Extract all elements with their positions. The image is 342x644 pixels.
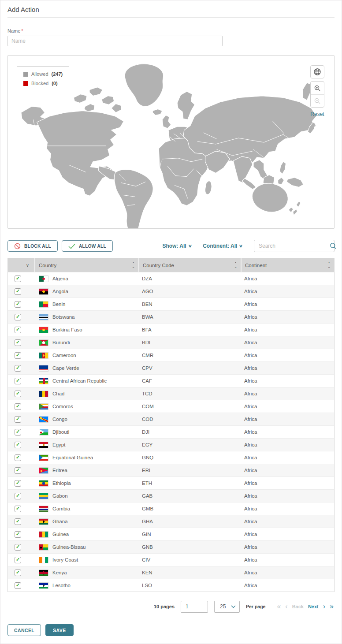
- continent-filter-dropdown[interactable]: Continent: All ∨: [203, 243, 242, 249]
- row-continent: Africa: [244, 442, 257, 447]
- allowed-swatch: [23, 72, 28, 77]
- row-continent-cell: Africa: [241, 583, 334, 588]
- table-row: Equatorial Guinea GNQ Africa: [8, 451, 334, 464]
- next-page-icon[interactable]: ›: [323, 603, 325, 610]
- row-checkbox[interactable]: [15, 314, 21, 320]
- column-header-continent[interactable]: Continent ⌃⌄: [241, 258, 334, 272]
- row-checkbox[interactable]: [15, 480, 21, 487]
- row-checkbox[interactable]: [15, 557, 21, 563]
- row-checkbox[interactable]: [15, 429, 21, 436]
- row-checkbox[interactable]: [15, 391, 21, 397]
- row-checkbox[interactable]: [15, 493, 21, 499]
- cancel-button[interactable]: CANCEL: [7, 624, 41, 636]
- country-flag: [39, 429, 48, 436]
- row-continent: Africa: [244, 480, 257, 486]
- table-row: Burundi BDI Africa: [8, 336, 334, 349]
- select-all-dropdown[interactable]: ∨: [8, 258, 34, 272]
- row-country-cell: Equatorial Guinea: [34, 454, 138, 461]
- row-code-cell: COD: [138, 417, 241, 422]
- page-number-input[interactable]: [181, 601, 208, 613]
- row-checkbox[interactable]: [15, 582, 21, 589]
- search-icon[interactable]: [329, 242, 341, 249]
- map-controls: Reset: [310, 65, 324, 117]
- continent-filter-label: Continent: All: [203, 243, 237, 249]
- country-flag: [39, 365, 48, 372]
- row-checkbox[interactable]: [15, 288, 21, 295]
- country-flag: [39, 518, 48, 525]
- row-continent-cell: Africa: [241, 468, 334, 473]
- row-checkbox[interactable]: [15, 378, 21, 384]
- map-reset-link[interactable]: Reset: [310, 111, 324, 117]
- row-checkbox[interactable]: [15, 506, 21, 512]
- row-checkbox[interactable]: [15, 467, 21, 474]
- previous-page-icon[interactable]: ‹: [285, 603, 287, 610]
- sort-icon[interactable]: ⌃⌄: [327, 263, 331, 268]
- row-country-cell: Benin: [34, 301, 138, 308]
- table-row: Benin BEN Africa: [8, 298, 334, 310]
- row-checkbox[interactable]: [15, 518, 21, 525]
- first-page-icon[interactable]: «: [277, 603, 281, 610]
- row-checkbox[interactable]: [15, 301, 21, 308]
- row-code: COD: [142, 417, 153, 422]
- last-page-icon[interactable]: »: [330, 603, 334, 610]
- row-code: BWA: [142, 314, 153, 320]
- row-checkbox[interactable]: [15, 454, 21, 461]
- row-code: AGO: [142, 289, 153, 294]
- show-filter-label: Show: All: [162, 243, 186, 249]
- row-checkbox-cell: [8, 275, 34, 282]
- row-country: Djibouti: [52, 429, 69, 435]
- row-continent: Africa: [244, 276, 257, 281]
- row-code: ETH: [142, 480, 152, 486]
- allow-all-label: ALLOW ALL: [79, 244, 106, 249]
- row-code-cell: GHA: [138, 519, 241, 524]
- save-button[interactable]: SAVE: [45, 624, 73, 636]
- next-link[interactable]: Next: [308, 604, 319, 609]
- row-checkbox[interactable]: [15, 403, 21, 410]
- column-header-country-code[interactable]: Country Code ⌃⌄: [138, 258, 241, 272]
- row-continent: Africa: [244, 353, 257, 358]
- row-checkbox[interactable]: [15, 327, 21, 333]
- back-link[interactable]: Back: [292, 604, 304, 609]
- row-checkbox[interactable]: [15, 365, 21, 372]
- table-row: Eritrea ERI Africa: [8, 464, 334, 476]
- page-title: Add Action: [7, 6, 335, 18]
- country-flag: [39, 531, 48, 538]
- table-row: Ivory Coast CIV Africa: [8, 553, 334, 566]
- allow-all-button[interactable]: ALLOW ALL: [62, 240, 113, 252]
- row-checkbox[interactable]: [15, 570, 21, 576]
- row-code: TCD: [142, 391, 152, 396]
- row-continent-cell: Africa: [241, 391, 334, 396]
- row-checkbox-cell: [8, 352, 34, 359]
- sort-icon[interactable]: ⌃⌄: [132, 263, 135, 268]
- sort-icon[interactable]: ⌃⌄: [234, 263, 237, 268]
- row-checkbox[interactable]: [15, 275, 21, 282]
- row-checkbox[interactable]: [15, 442, 21, 448]
- zoom-out-button[interactable]: [311, 94, 324, 107]
- row-checkbox[interactable]: [15, 352, 21, 359]
- row-checkbox[interactable]: [15, 416, 21, 423]
- row-continent: Africa: [244, 455, 257, 460]
- row-country-cell: Angola: [34, 288, 138, 295]
- row-continent-cell: Africa: [241, 544, 334, 550]
- globe-button[interactable]: [310, 65, 324, 78]
- row-checkbox[interactable]: [15, 339, 21, 346]
- name-input[interactable]: [7, 36, 223, 46]
- world-map-panel: Allowed (247) Blocked (0): [7, 55, 335, 229]
- country-flag: [39, 557, 48, 563]
- country-flag: [39, 403, 48, 410]
- search-input[interactable]: [254, 243, 329, 249]
- row-checkbox[interactable]: [15, 544, 21, 551]
- row-continent-cell: Africa: [241, 404, 334, 409]
- show-filter-dropdown[interactable]: Show: All ∨: [162, 243, 191, 249]
- row-checkbox[interactable]: [15, 531, 21, 538]
- per-page-select[interactable]: 25: [214, 601, 240, 613]
- zoom-in-button[interactable]: [311, 82, 324, 94]
- row-code: GHA: [142, 519, 153, 524]
- row-checkbox-cell: [8, 339, 34, 346]
- row-country-cell: Guinea: [34, 531, 138, 538]
- column-header-country[interactable]: Country ⌃⌄: [34, 258, 138, 272]
- country-flag: [39, 314, 48, 320]
- country-flag: [39, 582, 48, 589]
- pagination-bar: 10 pages 25 Per page « ‹ Back Next › »: [7, 599, 335, 614]
- block-all-button[interactable]: BLOCK ALL: [7, 240, 58, 252]
